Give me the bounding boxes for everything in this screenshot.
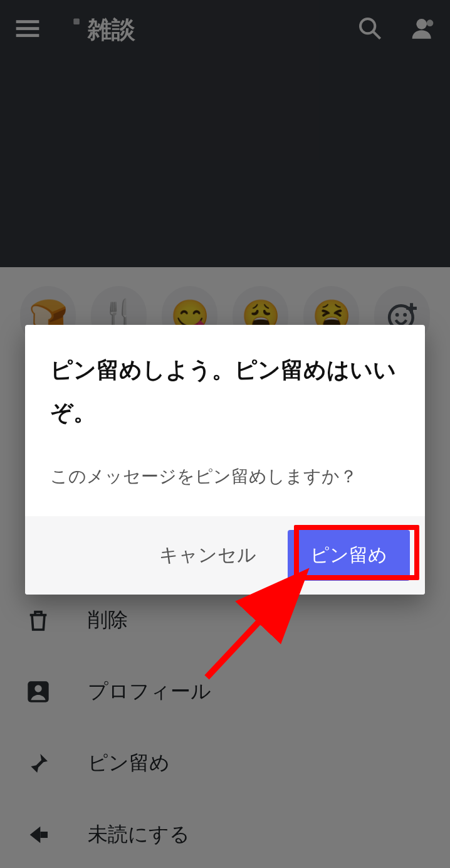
pin-confirm-dialog: ピン留めしよう。ピン留めはいいぞ。 このメッセージをピン留めしますか？ キャンセ… [25, 325, 425, 595]
cancel-button[interactable]: キャンセル [145, 531, 270, 580]
dialog-title: ピン留めしよう。ピン留めはいいぞ。 [50, 349, 400, 435]
dialog-message: このメッセージをピン留めしますか？ [50, 465, 400, 489]
dialog-actions: キャンセル ピン留め [25, 516, 425, 595]
pin-confirm-button[interactable]: ピン留め [288, 530, 410, 581]
